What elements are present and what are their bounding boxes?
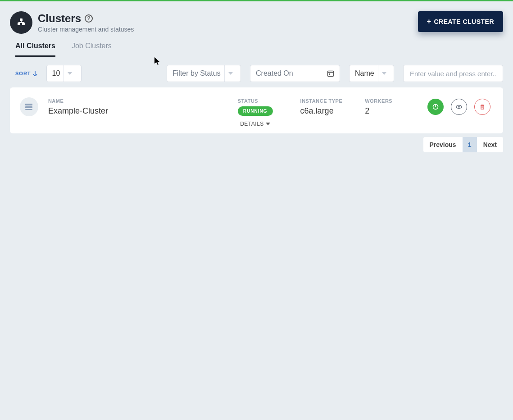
svg-rect-7: [329, 73, 330, 75]
cluster-instance-type: c6a.large: [300, 106, 355, 116]
svg-rect-5: [328, 71, 334, 77]
cluster-name: Example-Cluster: [48, 106, 228, 116]
filter-bar: SORT 10 Filter by Status Created On Name: [10, 65, 503, 82]
col-instance-header: INSTANCE TYPE: [300, 98, 355, 104]
sort-arrow-icon: [33, 71, 37, 76]
filter-status-select[interactable]: Filter by Status: [167, 65, 241, 82]
details-toggle[interactable]: DETAILS: [20, 121, 490, 127]
help-icon[interactable]: ?: [85, 14, 93, 23]
next-page-button[interactable]: Next: [477, 137, 503, 152]
create-cluster-button[interactable]: + CREATE CLUSTER: [418, 11, 503, 32]
power-icon: [432, 103, 439, 110]
cluster-row: NAME Example-Cluster STATUS RUNNING INST…: [10, 87, 503, 133]
create-cluster-label: CREATE CLUSTER: [434, 18, 494, 25]
svg-rect-10: [25, 109, 32, 110]
tab-all-clusters[interactable]: All Clusters: [15, 42, 55, 57]
page-size-value: 10: [52, 69, 60, 78]
tab-job-clusters[interactable]: Job Clusters: [72, 42, 112, 57]
server-stack-icon: [20, 97, 38, 116]
page-number-button[interactable]: 1: [463, 137, 477, 152]
page-title-text: Clusters: [38, 12, 81, 25]
row-actions: [427, 99, 490, 115]
sort-label: SORT: [15, 71, 31, 76]
chevron-down-icon: [68, 72, 72, 75]
view-cluster-button[interactable]: [451, 99, 467, 115]
search-input[interactable]: [403, 65, 503, 82]
clusters-icon: [10, 11, 32, 34]
svg-rect-8: [25, 104, 32, 105]
title-block: Clusters ? Cluster management and status…: [38, 12, 134, 33]
col-status-header: STATUS: [238, 98, 291, 104]
chevron-down-icon: [228, 72, 233, 75]
calendar-icon: [327, 70, 334, 77]
page-size-select[interactable]: 10: [46, 65, 82, 82]
run-cluster-button[interactable]: [427, 99, 444, 115]
eye-icon: [455, 103, 463, 110]
created-on-date-input[interactable]: Created On: [250, 65, 340, 82]
tabs: All Clusters Job Clusters: [15, 42, 503, 57]
svg-rect-9: [25, 106, 32, 108]
details-label: DETAILS: [240, 121, 264, 127]
col-name-header: NAME: [48, 98, 228, 104]
chevron-down-icon: [382, 72, 386, 75]
filter-status-placeholder: Filter by Status: [173, 69, 221, 78]
delete-cluster-button[interactable]: [474, 99, 490, 115]
svg-point-14: [458, 106, 460, 108]
date-placeholder: Created On: [256, 69, 293, 78]
header-left: Clusters ? Cluster management and status…: [10, 11, 134, 34]
search-field-select[interactable]: Name: [349, 65, 394, 82]
pagination: Previous 1 Next: [10, 137, 503, 152]
svg-rect-4: [18, 22, 24, 23]
page-title: Clusters ?: [38, 12, 134, 25]
page-header: Clusters ? Cluster management and status…: [10, 11, 503, 34]
cluster-workers: 2: [365, 106, 418, 116]
search-field-value: Name: [355, 69, 374, 78]
trash-icon: [479, 104, 486, 110]
plus-icon: +: [427, 18, 431, 26]
status-badge: RUNNING: [238, 106, 273, 116]
chevron-down-icon: [266, 123, 270, 125]
page-subtitle: Cluster management and statuses: [38, 26, 134, 33]
col-workers-header: WORKERS: [365, 98, 418, 104]
previous-page-button[interactable]: Previous: [423, 137, 463, 152]
svg-rect-2: [20, 18, 23, 21]
sort-button[interactable]: SORT: [15, 71, 37, 76]
